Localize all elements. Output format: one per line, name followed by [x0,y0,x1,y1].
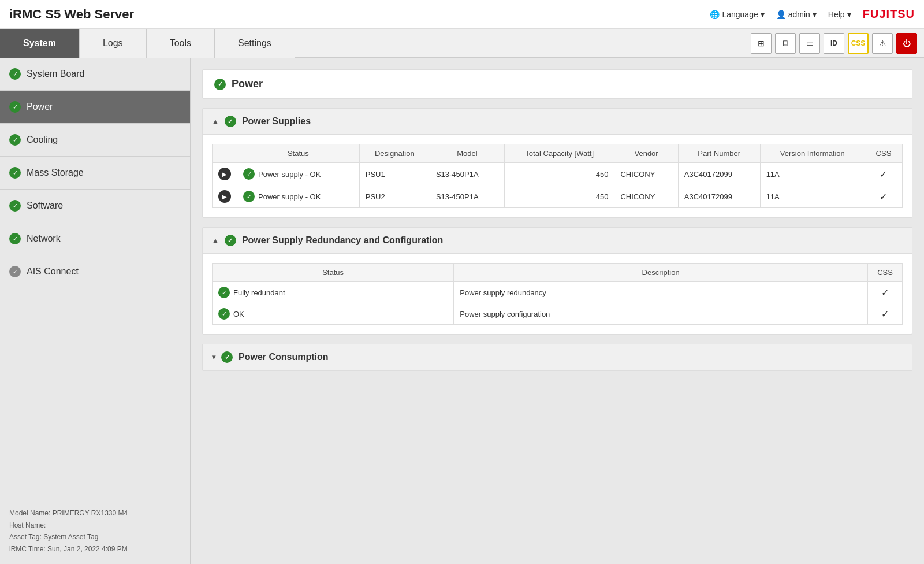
sidebar-item-mass-storage[interactable]: ✓ Mass Storage [0,157,190,190]
row-capacity: 450 [505,163,614,185]
sidebar-item-system-board[interactable]: ✓ System Board [0,58,190,91]
power-supplies-table: Status Designation Model Total Capacity … [212,144,903,208]
expand-arrow-icon[interactable]: ▶ [218,168,231,180]
table-row: ✓ Fully redundant Power supply redundanc… [213,282,903,303]
row-expand-btn[interactable]: ▶ [213,163,237,185]
sidebar-item-cooling[interactable]: ✓ Cooling [0,124,190,157]
power-redundancy-header[interactable]: ▲ ✓ Power Supply Redundancy and Configur… [203,228,912,254]
col-header-vendor: Vendor [614,144,678,163]
power-redundancy-body: Status Description CSS ✓ Fully redundant [203,254,912,334]
status-icon: ✓ [9,200,21,212]
sidebar-item-label: Network [27,233,61,244]
col-header-description: Description [454,264,868,282]
power-supplies-body: Status Designation Model Total Capacity … [203,135,912,217]
main-layout: ✓ System Board ✓ Power ✓ Cooling ✓ Mass … [0,58,924,564]
status-ok-icon: ✓ [243,168,255,180]
page-title: Power [232,78,263,90]
section-title: Power Consumption [239,352,329,362]
irmc-time: iRMC Time: Sun, Jan 2, 2022 4:09 PM [9,543,181,555]
grid-icon-button[interactable]: ⊞ [751,33,772,54]
asset-tag: Asset Tag: System Asset Tag [9,531,181,543]
section-title: Power Supply Redundancy and Configuratio… [242,235,443,246]
row-css: ✓ [865,185,902,208]
col-header-css: CSS [865,144,902,163]
col-header-capacity: Total Capacity [Watt] [505,144,614,163]
row-model: S13-450P1A [430,163,504,185]
col-header-designation: Designation [359,144,430,163]
model-name: Model Name: PRIMERGY RX1330 M4 [9,507,181,519]
expand-arrow-icon[interactable]: ▶ [218,190,231,203]
status-ok-icon: ✓ [218,287,230,298]
status-icon: ✓ [9,233,21,244]
page-status-icon: ✓ [214,79,226,90]
status-icon-gray: ✓ [9,266,21,277]
row-version: 11A [760,185,865,208]
id-icon-button[interactable]: ID [824,33,844,54]
monitor-icon-button[interactable]: 🖥 [775,33,796,54]
status-ok-icon: ✓ [243,191,255,202]
row-expand-btn[interactable]: ▶ [213,185,237,208]
col-header-expand [213,144,237,163]
col-header-model: Model [430,144,504,163]
row-status: ✓ Power supply - OK [237,185,360,208]
row-capacity: 450 [505,185,614,208]
window-icon-button[interactable]: ▭ [799,33,820,54]
sidebar-item-power[interactable]: ✓ Power [0,91,190,124]
top-bar: iRMC S5 Web Server 🌐 Language ▾ 👤 admin … [0,0,924,29]
sidebar-item-software[interactable]: ✓ Software [0,190,190,222]
status-icon: ✓ [9,68,21,80]
sidebar-item-label: Power [27,102,53,112]
status-icon: ✓ [9,167,21,179]
help-button[interactable]: Help ▾ [828,10,851,19]
table-row: ▶ ✓ Power supply - OK PSU1 S13-450P1A 45… [213,163,903,185]
css-icon-button[interactable]: CSS [848,33,869,54]
admin-button[interactable]: 👤 admin ▾ [776,10,817,19]
host-name: Host Name: [9,520,181,531]
row-vendor: CHICONY [614,185,678,208]
nav-icons: ⊞ 🖥 ▭ ID CSS ⚠ ⏻ [751,33,924,54]
row-designation: PSU1 [359,163,430,185]
sidebar-item-ais-connect[interactable]: ✓ AIS Connect [0,255,190,288]
status-icon: ✓ [9,134,21,146]
sidebar-item-label: Cooling [27,135,58,145]
row-css: ✓ [868,303,903,325]
top-bar-right: 🌐 Language ▾ 👤 admin ▾ Help ▾ FUJITSU [710,8,915,21]
tab-tools[interactable]: Tools [147,29,215,58]
status-ok-icon: ✓ [218,308,230,320]
collapse-arrow-icon: ▲ [212,236,219,244]
power-supplies-header[interactable]: ▲ ✓ Power Supplies [203,109,912,135]
row-status: ✓ OK [213,303,454,325]
col-header-part-number: Part Number [678,144,760,163]
content-area: ✓ Power ▲ ✓ Power Supplies Status Design… [191,58,924,564]
sidebar-item-label: Mass Storage [27,168,84,178]
power-redundancy-section: ▲ ✓ Power Supply Redundancy and Configur… [202,227,912,335]
sidebar-item-network[interactable]: ✓ Network [0,222,190,255]
tab-system[interactable]: System [0,29,80,58]
row-description: Power supply configuration [454,303,868,325]
section-status-icon: ✓ [221,351,233,363]
row-model: S13-450P1A [430,185,504,208]
chevron-down-icon: ▾ [847,10,851,19]
row-part-number: A3C40172099 [678,163,760,185]
section-status-icon: ✓ [225,235,236,246]
sidebar-item-label: Software [27,201,63,211]
power-consumption-header[interactable]: ▾ ✓ Power Consumption [203,344,912,370]
chevron-down-icon: ▾ [813,10,817,19]
row-part-number: A3C40172099 [678,185,760,208]
user-icon: 👤 [776,10,786,19]
col-header-status: Status [213,264,454,282]
warning-icon-button[interactable]: ⚠ [872,33,893,54]
row-css: ✓ [868,282,903,303]
tab-settings[interactable]: Settings [215,29,295,58]
col-header-css: CSS [868,264,903,282]
table-row: ✓ OK Power supply configuration ✓ [213,303,903,325]
power-supplies-section: ▲ ✓ Power Supplies Status Designation Mo… [202,108,912,218]
tab-logs[interactable]: Logs [80,29,147,58]
row-css: ✓ [865,163,902,185]
redundancy-table: Status Description CSS ✓ Fully redundant [212,263,903,325]
power-icon-button[interactable]: ⏻ [896,33,917,54]
nav-tabs: System Logs Tools Settings ⊞ 🖥 ▭ ID CSS … [0,29,924,58]
fujitsu-logo: FUJITSU [863,8,915,21]
language-button[interactable]: 🌐 Language ▾ [710,10,764,19]
section-title: Power Supplies [242,116,311,127]
